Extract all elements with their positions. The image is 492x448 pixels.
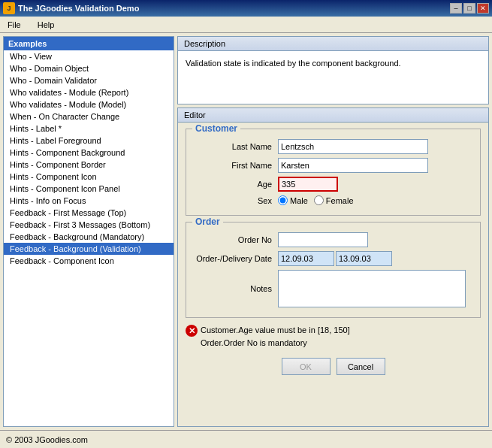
order-no-input[interactable] [278, 232, 368, 247]
delivery-date-label: Order-/Delivery Date [195, 254, 278, 263]
sidebar-item-feedback-component-icon[interactable]: Feedback - Component Icon [4, 255, 174, 267]
sidebar-item-hints-info-on-focus[interactable]: Hints - Info on Focus [4, 195, 174, 207]
menu-help[interactable]: Help [33, 19, 59, 31]
order-no-label: Order No [195, 235, 278, 244]
sex-radio-group: Male Female [278, 195, 354, 205]
close-button[interactable]: ✕ [477, 3, 489, 14]
sidebar-item-when-on-character-change[interactable]: When - On Character Change [4, 110, 174, 123]
menu-file[interactable]: File [3, 19, 26, 31]
description-text: Validation state is indicated by the com… [178, 51, 488, 104]
sex-female-radio[interactable] [314, 195, 324, 205]
age-input[interactable] [278, 177, 338, 192]
age-row: Age [195, 177, 471, 192]
right-panel: Description Validation state is indicate… [177, 36, 489, 427]
window-title: The JGoodies Validation Demo [18, 4, 139, 13]
error-icon: ✕ [186, 325, 198, 337]
sidebar-item-feedback-first-3-messages[interactable]: Feedback - First 3 Messages (Bottom) [4, 219, 174, 231]
notes-row: Notes [195, 270, 471, 307]
editor-panel: Editor Customer Last Name First Name Age [177, 107, 489, 427]
first-name-label: First Name [195, 161, 278, 170]
last-name-input[interactable] [278, 139, 428, 154]
age-label: Age [195, 180, 278, 189]
last-name-label: Last Name [195, 142, 278, 151]
cancel-button[interactable]: Cancel [337, 358, 385, 375]
sidebar-item-feedback-background-mandatory[interactable]: Feedback - Background (Mandatory) [4, 231, 174, 243]
sidebar-item-who-domain-validator[interactable]: Who - Domain Validator [4, 74, 174, 86]
description-panel: Description Validation state is indicate… [177, 36, 489, 104]
sex-male-radio[interactable] [278, 195, 288, 205]
sidebar-item-hints-component-border[interactable]: Hints - Component Border [4, 159, 174, 171]
sidebar-item-who-validates-report[interactable]: Who validates - Module (Report) [4, 86, 174, 98]
description-header: Description [178, 37, 488, 51]
sidebar-item-hints-label[interactable]: Hints - Label * [4, 123, 174, 135]
app-icon: J [3, 2, 15, 14]
sidebar: Examples Who - View Who - Domain Object … [3, 36, 174, 427]
sex-female-label[interactable]: Female [314, 195, 354, 205]
sidebar-item-hints-component-background[interactable]: Hints - Component Background [4, 147, 174, 159]
sidebar-item-who-domain-object[interactable]: Who - Domain Object [4, 62, 174, 74]
notes-textarea[interactable] [278, 270, 466, 307]
title-bar-left: J The JGoodies Validation Demo [3, 2, 139, 14]
sidebar-header: Examples [4, 37, 174, 50]
sidebar-item-hints-component-icon-panel[interactable]: Hints - Component Icon Panel [4, 183, 174, 195]
first-name-input[interactable] [278, 158, 428, 173]
delivery-date-2-input[interactable] [336, 251, 392, 266]
order-no-row: Order No [195, 232, 471, 247]
customer-section: Customer Last Name First Name Age Sex [186, 129, 481, 216]
title-bar: J The JGoodies Validation Demo – □ ✕ [0, 0, 492, 17]
error-text: Customer.Age value must be in [18, 150] … [201, 324, 350, 349]
sidebar-item-who-view[interactable]: Who - View [4, 50, 174, 62]
sidebar-item-hints-label-foreground[interactable]: Hints - Label Foreground [4, 135, 174, 147]
sex-female-text: Female [326, 196, 354, 205]
main-container: Examples Who - View Who - Domain Object … [0, 33, 492, 430]
error-message-2: Order.Order No is mandatory [201, 337, 350, 350]
sex-male-label[interactable]: Male [278, 195, 308, 205]
window-controls: – □ ✕ [450, 3, 489, 14]
sex-row: Sex Male Female [195, 195, 471, 205]
customer-section-title: Customer [192, 123, 240, 134]
last-name-row: Last Name [195, 139, 471, 154]
editor-header: Editor [178, 108, 488, 123]
delivery-date-row: Order-/Delivery Date [195, 251, 471, 266]
status-text: © 2003 JGoodies.com [6, 435, 88, 444]
error-message-1: Customer.Age value must be in [18, 150] [201, 324, 350, 337]
menu-bar: File Help [0, 17, 492, 33]
button-row: OK Cancel [178, 353, 488, 380]
delivery-date-1-input[interactable] [278, 251, 334, 266]
sidebar-item-feedback-background-validation[interactable]: Feedback - Background (Validation) [4, 243, 174, 255]
ok-button[interactable]: OK [282, 358, 331, 375]
status-bar: © 2003 JGoodies.com [0, 430, 492, 448]
minimize-button[interactable]: – [450, 3, 462, 14]
notes-label: Notes [195, 284, 278, 293]
sidebar-item-feedback-first-message-top[interactable]: Feedback - First Message (Top) [4, 207, 174, 219]
order-section: Order Order No Order-/Delivery Date Note… [186, 222, 481, 318]
date-group [278, 251, 392, 266]
sidebar-item-who-validates-model[interactable]: Who validates - Module (Model) [4, 98, 174, 110]
sex-male-text: Male [290, 196, 308, 205]
sex-label: Sex [195, 196, 278, 205]
order-section-title: Order [192, 216, 223, 227]
first-name-row: First Name [195, 158, 471, 173]
error-area: ✕ Customer.Age value must be in [18, 150… [186, 324, 481, 349]
sidebar-item-hints-component-icon[interactable]: Hints - Component Icon [4, 171, 174, 183]
maximize-button[interactable]: □ [463, 3, 475, 14]
